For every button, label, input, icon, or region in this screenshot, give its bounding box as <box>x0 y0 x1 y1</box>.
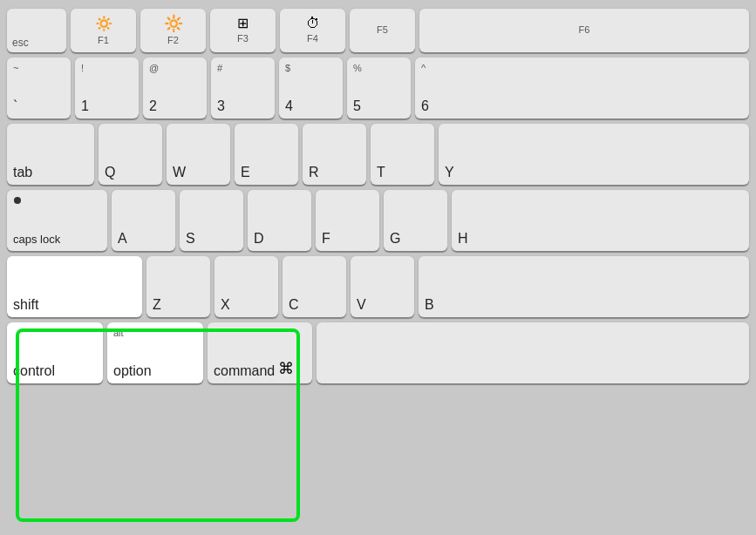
key-f4[interactable]: ⏱ F4 <box>280 9 345 52</box>
d-label: D <box>254 230 264 247</box>
keyboard: esc 🔅 F1 🔆 F2 ⊞ F3 ⏱ F4 F5 F6 ~ ` <box>0 0 756 535</box>
control-label: control <box>13 362 55 379</box>
b-label: B <box>425 296 434 313</box>
v-label: V <box>357 296 366 313</box>
h-label: H <box>458 230 468 247</box>
key-command[interactable]: command ⌘ <box>208 322 312 383</box>
fn-row: esc 🔅 F1 🔆 F2 ⊞ F3 ⏱ F4 F5 F6 <box>7 9 749 52</box>
three-label: 3 <box>217 98 225 114</box>
bottom-row: control alt option command ⌘ <box>7 322 749 383</box>
key-shift-left[interactable]: shift <box>7 256 142 317</box>
dollar-label: $ <box>285 63 290 73</box>
z-label: Z <box>153 296 161 313</box>
key-space[interactable] <box>317 322 749 383</box>
esc-label: esc <box>12 37 29 49</box>
key-2[interactable]: @ 2 <box>143 58 207 119</box>
caret-label: ^ <box>421 63 426 73</box>
y-label: Y <box>445 164 454 180</box>
key-s[interactable]: S <box>180 190 243 251</box>
brightness-down-icon: 🔅 <box>94 14 113 33</box>
key-f1[interactable]: 🔅 F1 <box>71 9 136 52</box>
x-label: X <box>221 296 230 313</box>
launchpad-icon: ⏱ <box>306 16 320 31</box>
key-q[interactable]: Q <box>99 124 162 185</box>
tab-label: tab <box>13 164 32 180</box>
c-label: C <box>289 296 299 313</box>
key-f[interactable]: F <box>316 190 379 251</box>
key-f2[interactable]: 🔆 F2 <box>140 9 206 52</box>
key-4[interactable]: $ 4 <box>279 58 343 119</box>
tilde-bottom: ` <box>13 98 17 114</box>
g-label: G <box>390 230 400 247</box>
at-label: @ <box>149 63 159 73</box>
key-a[interactable]: A <box>112 190 175 251</box>
two-label: 2 <box>149 98 157 114</box>
asdf-row: caps lock A S D F G H <box>7 190 749 251</box>
percent-label: % <box>353 63 362 73</box>
caps-lock-label: caps lock <box>13 233 60 247</box>
key-b[interactable]: B <box>419 256 749 317</box>
caps-lock-indicator <box>14 197 21 204</box>
four-label: 4 <box>285 98 293 114</box>
f4-label: F4 <box>307 33 318 44</box>
tilde-top: ~ <box>13 63 18 73</box>
key-w[interactable]: W <box>167 124 230 185</box>
key-d[interactable]: D <box>248 190 311 251</box>
key-y[interactable]: Y <box>439 124 749 185</box>
mission-control-icon: ⊞ <box>237 15 249 31</box>
qwerty-row: tab Q W E R T Y <box>7 124 749 185</box>
number-row: ~ ` ! 1 @ 2 # 3 $ 4 % 5 ^ 6 <box>7 58 749 119</box>
alt-top-label: alt <box>113 328 124 338</box>
f6-label: F6 <box>579 24 590 36</box>
key-alt-option[interactable]: alt option <box>107 322 203 383</box>
one-label: 1 <box>81 98 89 114</box>
key-x[interactable]: X <box>215 256 278 317</box>
f-label: F <box>322 230 330 247</box>
f3-label: F3 <box>237 33 249 44</box>
key-g[interactable]: G <box>384 190 447 251</box>
a-label: A <box>118 230 127 247</box>
six-label: 6 <box>421 98 429 114</box>
f2-label: F2 <box>167 35 179 46</box>
key-3[interactable]: # 3 <box>211 58 275 119</box>
key-v[interactable]: V <box>351 256 414 317</box>
exclaim-label: ! <box>81 63 84 73</box>
key-5[interactable]: % 5 <box>347 58 411 119</box>
key-f3[interactable]: ⊞ F3 <box>210 9 276 52</box>
key-control[interactable]: control <box>7 322 103 383</box>
key-z[interactable]: Z <box>146 256 210 317</box>
f5-label: F5 <box>377 24 388 36</box>
key-tab[interactable]: tab <box>7 124 94 185</box>
key-6[interactable]: ^ 6 <box>415 58 749 119</box>
five-label: 5 <box>353 98 361 114</box>
key-f5[interactable]: F5 <box>350 9 415 52</box>
key-c[interactable]: C <box>283 256 346 317</box>
key-h[interactable]: H <box>452 190 749 251</box>
key-t[interactable]: T <box>371 124 434 185</box>
key-caps-lock[interactable]: caps lock <box>7 190 107 251</box>
t-label: T <box>377 164 385 180</box>
command-label: command <box>214 362 275 379</box>
key-tilde[interactable]: ~ ` <box>7 58 71 119</box>
e-label: E <box>241 164 250 180</box>
key-1[interactable]: ! 1 <box>75 58 139 119</box>
hash-label: # <box>217 63 222 73</box>
key-r[interactable]: R <box>303 124 366 185</box>
f1-label: F1 <box>98 35 109 46</box>
key-f6[interactable]: F6 <box>419 9 749 52</box>
command-symbol: ⌘ <box>278 359 294 378</box>
key-esc[interactable]: esc <box>7 9 66 52</box>
w-label: W <box>173 164 186 180</box>
key-e[interactable]: E <box>235 124 298 185</box>
s-label: S <box>186 230 195 247</box>
option-label: option <box>113 362 152 379</box>
shift-left-label: shift <box>13 296 38 313</box>
zxcv-row: shift Z X C V B <box>7 256 749 317</box>
q-label: Q <box>105 164 115 180</box>
brightness-up-icon: 🔆 <box>164 14 183 33</box>
r-label: R <box>309 164 319 180</box>
